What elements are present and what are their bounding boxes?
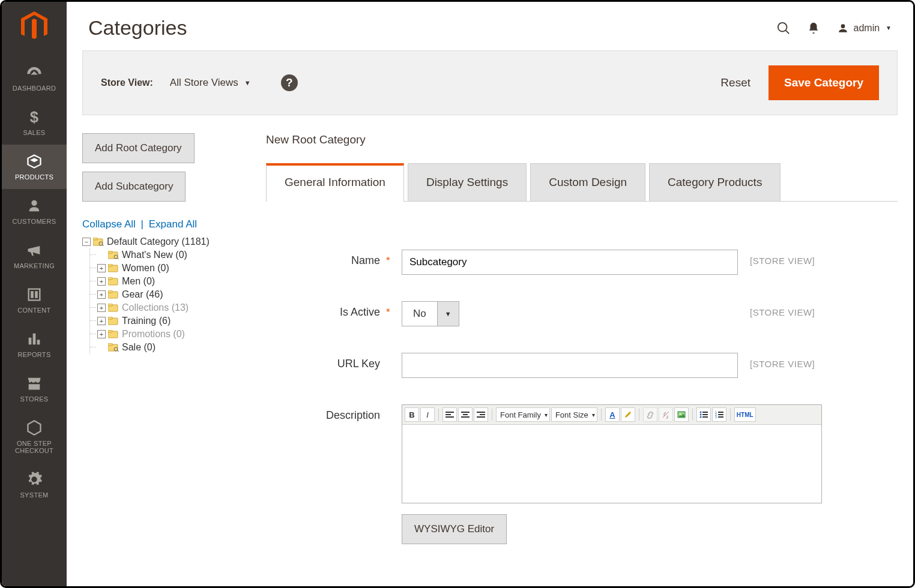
nav-label: MARKETING (2, 262, 67, 269)
tree-item-label[interactable]: Women (0) (122, 263, 169, 274)
tree-item-label[interactable]: Training (6) (122, 316, 171, 326)
description-textarea[interactable] (402, 425, 821, 503)
url-key-input[interactable] (402, 353, 738, 378)
svg-rect-16 (108, 304, 112, 306)
chevron-down-icon: ▼ (244, 79, 251, 86)
url-key-label: URL Key (266, 353, 380, 370)
notifications-icon[interactable] (807, 22, 820, 35)
nav-marketing[interactable]: MARKETING (2, 233, 67, 278)
tree-collapse-toggle[interactable]: − (82, 238, 91, 246)
tree-root-label[interactable]: Default Category (1181) (107, 236, 210, 247)
nav-onestep-checkout[interactable]: ONE STEP CHECKOUT (2, 411, 67, 463)
search-icon[interactable] (777, 22, 790, 35)
svg-point-37 (699, 412, 701, 413)
folder-icon (108, 277, 119, 286)
is-active-select[interactable]: No ▼ (402, 301, 459, 326)
link-button[interactable] (643, 407, 657, 422)
required-star: * (386, 301, 393, 319)
bullet-list-button[interactable] (696, 407, 711, 422)
html-button[interactable]: HTML (734, 407, 756, 422)
nav-dashboard[interactable]: DASHBOARD (2, 56, 67, 100)
tree-item-label[interactable]: Promotions (0) (122, 329, 185, 340)
tree-item-label[interactable]: Men (0) (122, 276, 155, 287)
svg-rect-18 (108, 317, 112, 319)
tree-expand-toggle[interactable]: + (97, 277, 106, 286)
store-view-label: Store View: (101, 77, 153, 88)
nav-customers[interactable]: CUSTOMERS (2, 189, 67, 233)
highlight-button[interactable] (621, 407, 635, 422)
folder-search-icon (108, 251, 119, 259)
collapse-all-link[interactable]: Collapse All (82, 218, 136, 230)
tree-item-label[interactable]: What's New (0) (122, 250, 187, 260)
folder-icon (108, 264, 119, 272)
reset-button[interactable]: Reset (720, 76, 750, 89)
unlink-button[interactable] (659, 407, 673, 422)
page-title: Categories (88, 16, 777, 40)
text-color-button[interactable]: A (605, 407, 620, 422)
tree-expand-toggle[interactable]: + (97, 304, 106, 312)
tree-item-label[interactable]: Gear (46) (122, 289, 163, 300)
tree-item-label[interactable]: Collections (13) (122, 302, 189, 313)
svg-point-41 (699, 416, 701, 418)
svg-rect-20 (108, 330, 112, 332)
svg-rect-2 (93, 238, 97, 240)
store-toolbar: Store View: All Store Views ▼ ? Reset Sa… (82, 50, 898, 115)
image-button[interactable] (674, 407, 689, 422)
chevron-down-icon: ▼ (886, 25, 892, 31)
folder-icon (108, 330, 119, 338)
nav-system[interactable]: SYSTEM (2, 463, 67, 507)
bold-button[interactable]: B (405, 407, 419, 422)
svg-point-36 (679, 413, 681, 415)
expand-all-link[interactable]: Expand All (149, 218, 197, 230)
nav-label: REPORTS (2, 351, 67, 358)
tree-expand-toggle[interactable]: + (97, 317, 106, 325)
tree-expand-toggle[interactable]: + (97, 290, 106, 299)
nav-reports[interactable]: REPORTS (2, 322, 67, 367)
nav-products[interactable]: PRODUCTS (2, 145, 67, 189)
page-header: Categories admin ▼ (67, 2, 913, 50)
nav-label: PRODUCTS (2, 173, 67, 181)
help-icon[interactable]: ? (281, 74, 298, 91)
tab-custom-design[interactable]: Custom Design (530, 163, 645, 201)
align-center-button[interactable] (458, 407, 473, 422)
add-subcategory-button[interactable]: Add Subcategory (82, 172, 186, 202)
magento-logo (21, 11, 47, 44)
tab-display-settings[interactable]: Display Settings (408, 163, 527, 201)
tab-category-products[interactable]: Category Products (649, 163, 781, 201)
svg-point-39 (699, 414, 701, 416)
name-input[interactable] (402, 250, 738, 275)
folder-search-icon (93, 238, 104, 246)
user-menu[interactable]: admin ▼ (837, 22, 892, 34)
name-label: Name (266, 250, 380, 267)
wysiwyg-editor-button[interactable]: WYSIWYG Editor (402, 514, 507, 544)
numbered-list-button[interactable]: 123 (712, 407, 726, 422)
store-view-select[interactable]: All Store Views ▼ (170, 77, 251, 89)
user-name: admin (854, 23, 880, 34)
font-family-select[interactable]: Font Family (496, 407, 550, 422)
tree-expand-toggle[interactable]: + (97, 330, 106, 338)
is-active-label: Is Active (266, 301, 380, 319)
tree-item-label[interactable]: Sale (0) (122, 342, 156, 353)
save-category-button[interactable]: Save Category (769, 65, 879, 100)
description-label: Description (266, 404, 380, 422)
add-root-category-button[interactable]: Add Root Category (82, 133, 195, 163)
admin-sidebar: DASHBOARD $ SALES PRODUCTS CUSTOMERS MAR… (2, 2, 67, 586)
chevron-down-icon: ▼ (437, 302, 459, 326)
nav-content[interactable]: CONTENT (2, 278, 67, 322)
tab-general-information[interactable]: General Information (266, 163, 404, 202)
font-size-select[interactable]: Font Size (551, 407, 597, 422)
nav-label: CUSTOMERS (2, 218, 67, 225)
svg-rect-12 (108, 277, 112, 280)
nav-stores[interactable]: STORES (2, 367, 67, 411)
nav-sales[interactable]: $ SALES (2, 100, 67, 145)
folder-icon (108, 290, 119, 299)
align-right-button[interactable] (474, 407, 488, 422)
align-left-button[interactable] (442, 407, 457, 422)
folder-icon (108, 317, 119, 325)
tree-expand-toggle[interactable]: + (97, 264, 106, 272)
nav-label: ONE STEP CHECKOUT (2, 440, 67, 454)
italic-button[interactable]: I (420, 407, 435, 422)
nav-label: DASHBOARD (2, 85, 67, 92)
scope-label: [STORE VIEW] (750, 301, 815, 317)
folder-search-icon (108, 343, 119, 352)
